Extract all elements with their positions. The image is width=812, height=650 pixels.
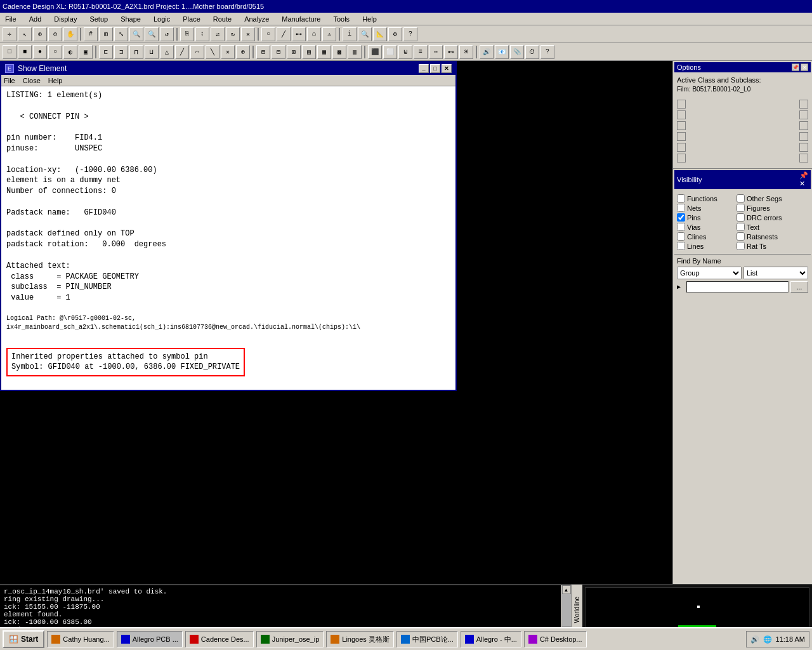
tb-zoom-prev[interactable]: 🔍 xyxy=(145,27,159,41)
vis-lines-cb[interactable] xyxy=(677,242,685,250)
menu-place[interactable]: Place xyxy=(180,15,203,23)
tb2-28[interactable]: ⋯ xyxy=(429,45,443,59)
cb-8[interactable] xyxy=(799,132,808,141)
tb2-12[interactable]: ╱ xyxy=(175,45,189,59)
tb-copy[interactable]: ⎘ xyxy=(180,27,194,41)
tb-zoom-in[interactable]: ⊕ xyxy=(33,27,47,41)
taskbar-item-allegro2[interactable]: Allegro - 中... xyxy=(461,631,521,647)
vis-clines-cb[interactable] xyxy=(677,232,685,241)
find-group-select[interactable]: Group Net Component Pin xyxy=(677,267,742,279)
tb2-13[interactable]: ⌒ xyxy=(190,45,204,59)
tb-zoom-area[interactable]: 🔍 xyxy=(129,27,143,41)
vis-text-cb[interactable] xyxy=(737,223,745,231)
tb2-8[interactable]: ⊐ xyxy=(114,45,128,59)
tb2-35[interactable]: ? xyxy=(540,45,554,59)
tb-pan[interactable]: ✋ xyxy=(63,27,77,41)
cb-4[interactable] xyxy=(799,110,808,119)
tb2-32[interactable]: 📧 xyxy=(495,45,509,59)
find-name-input[interactable] xyxy=(686,281,789,293)
tb2-22[interactable]: ▩ xyxy=(332,45,346,59)
options-pin-btn[interactable]: 📌 xyxy=(792,63,799,71)
find-list-select[interactable]: List Search xyxy=(743,267,808,279)
tb2-11[interactable]: △ xyxy=(160,45,174,59)
tb2-16[interactable]: ⊕ xyxy=(236,45,250,59)
find-ellipsis-btn[interactable]: ... xyxy=(790,281,808,293)
menu-display[interactable]: Display xyxy=(51,15,79,23)
tb-select[interactable]: ✛ xyxy=(3,27,16,41)
tb2-18[interactable]: ⊟ xyxy=(272,45,285,59)
tb-zoom-fit[interactable]: ⤡ xyxy=(114,27,128,41)
dialog-menu-close[interactable]: Close xyxy=(23,77,41,84)
menu-file[interactable]: File xyxy=(3,15,19,23)
cb-3[interactable] xyxy=(677,110,686,119)
vis-rat-ts-cb[interactable] xyxy=(737,242,745,250)
tb-drc[interactable]: ⚠ xyxy=(322,27,336,41)
tb2-5[interactable]: ◐ xyxy=(63,45,77,59)
tb2-21[interactable]: ▦ xyxy=(317,45,331,59)
tb2-2[interactable]: ■ xyxy=(18,45,32,59)
cb-11[interactable] xyxy=(677,154,686,162)
menu-setup[interactable]: Setup xyxy=(87,15,110,23)
tb2-9[interactable]: ⊓ xyxy=(129,45,143,59)
tb2-30[interactable]: ⌘ xyxy=(459,45,473,59)
menu-help[interactable]: Help xyxy=(360,15,379,23)
vis-vias-cb[interactable] xyxy=(677,223,685,231)
tb-refresh[interactable]: ↺ xyxy=(160,27,174,41)
tb2-1[interactable]: □ xyxy=(3,45,16,59)
cb-1[interactable] xyxy=(677,100,686,109)
taskbar-item-allegro[interactable]: Allegro PCB ... xyxy=(117,631,183,647)
menu-manufacture[interactable]: Manufacture xyxy=(279,15,323,23)
tb2-3[interactable]: ● xyxy=(33,45,47,59)
cb-7[interactable] xyxy=(677,132,686,141)
tb-net[interactable]: ⊷ xyxy=(292,27,306,41)
vis-other-segs-cb[interactable] xyxy=(737,194,745,202)
cb-12[interactable] xyxy=(799,154,808,162)
tb-zoom-out[interactable]: ⊖ xyxy=(48,27,62,41)
vis-close-btn[interactable]: ✕ xyxy=(799,180,808,188)
close-button[interactable]: ✕ xyxy=(442,64,452,73)
taskbar-item-cathy[interactable]: Cathy Huang... xyxy=(47,631,114,647)
scroll-track[interactable] xyxy=(562,594,571,627)
tb-options2[interactable]: ⚙ xyxy=(388,27,402,41)
tb2-4[interactable]: ○ xyxy=(48,45,62,59)
tb2-19[interactable]: ⊠ xyxy=(287,45,301,59)
tb2-33[interactable]: 📎 xyxy=(510,45,524,59)
tb2-34[interactable]: ⏱ xyxy=(525,45,539,59)
tb2-25[interactable]: ⬜ xyxy=(383,45,397,59)
pcb-canvas[interactable]: E Show Element _ □ ✕ File Close Help LIS… xyxy=(0,61,672,584)
cb-9[interactable] xyxy=(677,143,686,152)
tb-via[interactable]: ○ xyxy=(261,27,275,41)
tb2-14[interactable]: ╲ xyxy=(206,45,219,59)
dialog-menu-help[interactable]: Help xyxy=(48,77,63,84)
tb-grid[interactable]: # xyxy=(84,27,98,41)
thumbnail-canvas[interactable] xyxy=(585,587,809,632)
menu-add[interactable]: Add xyxy=(27,15,44,23)
tb-move[interactable]: ↕ xyxy=(195,27,209,41)
menu-route[interactable]: Route xyxy=(211,15,234,23)
tb2-17[interactable]: ⊞ xyxy=(256,45,270,59)
tb-find[interactable]: 🔍 xyxy=(358,27,372,41)
tb2-23[interactable]: ▥ xyxy=(348,45,362,59)
vis-drc-cb[interactable] xyxy=(737,213,745,222)
tb2-24[interactable]: ⬛ xyxy=(368,45,382,59)
taskbar-item-juniper[interactable]: Juniper_ose_ip xyxy=(256,631,324,647)
options-close-btn[interactable]: ✕ xyxy=(801,63,808,71)
vis-figures-cb[interactable] xyxy=(737,204,745,212)
cb-2[interactable] xyxy=(799,100,808,109)
cb-6[interactable] xyxy=(799,121,808,130)
taskbar-item-cadence[interactable]: Cadence Des... xyxy=(185,631,254,647)
vis-pin-btn[interactable]: 📌 xyxy=(799,171,808,180)
scroll-up-btn[interactable]: ▲ xyxy=(562,585,571,594)
tb-grid2[interactable]: ⊞ xyxy=(99,27,113,41)
tb2-15[interactable]: ✕ xyxy=(221,45,235,59)
minimize-button[interactable]: _ xyxy=(419,64,429,73)
tb-measure[interactable]: 📐 xyxy=(373,27,387,41)
maximize-button[interactable]: □ xyxy=(430,64,440,73)
menu-analyze[interactable]: Analyze xyxy=(242,15,272,23)
tb-rotate[interactable]: ↻ xyxy=(226,27,240,41)
tb2-20[interactable]: ▤ xyxy=(302,45,316,59)
tb-delete[interactable]: ✕ xyxy=(241,27,255,41)
tb2-7[interactable]: ⊏ xyxy=(99,45,113,59)
vis-functions-cb[interactable] xyxy=(677,194,685,202)
menu-shape[interactable]: Shape xyxy=(118,15,143,23)
